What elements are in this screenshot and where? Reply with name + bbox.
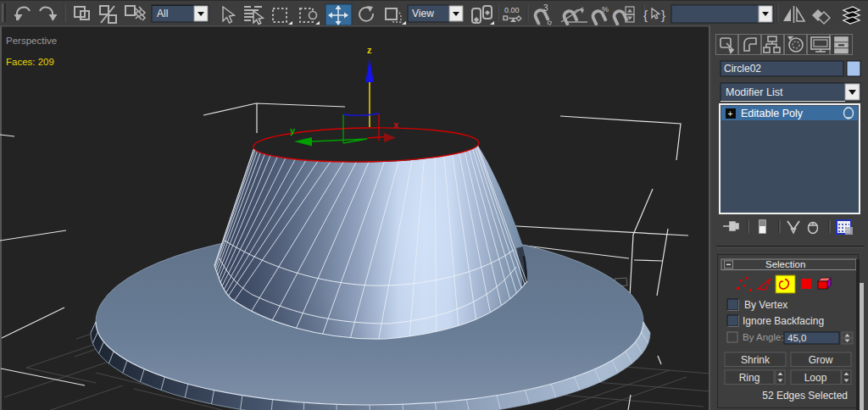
svg-text:By Angle:: By Angle: — [743, 332, 784, 342]
svg-text:Loop: Loop — [804, 372, 827, 384]
svg-text:Ring: Ring — [739, 372, 760, 384]
svg-text:+: + — [728, 109, 733, 119]
svg-text:z: z — [367, 45, 372, 55]
svg-text:Circle02: Circle02 — [724, 63, 761, 75]
svg-text:45,0: 45,0 — [787, 333, 806, 343]
svg-text:y: y — [290, 125, 296, 136]
svg-text:Faces: 209: Faces: 209 — [6, 57, 54, 67]
svg-text:Perspective: Perspective — [6, 36, 57, 46]
svg-text:Editable Poly: Editable Poly — [741, 108, 804, 119]
svg-text:%: % — [602, 5, 609, 14]
svg-text:View: View — [412, 8, 434, 19]
svg-text:52 Edges Selected: 52 Edges Selected — [762, 390, 848, 402]
svg-text:x: x — [393, 119, 399, 130]
svg-text:Shrink: Shrink — [741, 354, 771, 366]
svg-text:By Vertex: By Vertex — [744, 299, 787, 311]
svg-text:0.00: 0.00 — [504, 6, 520, 14]
svg-text:{: { — [643, 8, 648, 22]
svg-text:Grow: Grow — [809, 354, 833, 366]
svg-text:}: } — [661, 8, 665, 22]
svg-text:Selection: Selection — [765, 259, 805, 269]
svg-text:Ignore Backfacing: Ignore Backfacing — [743, 315, 824, 327]
svg-text:All: All — [157, 8, 168, 19]
svg-text:Modifier List: Modifier List — [726, 86, 783, 98]
svg-text:3: 3 — [543, 3, 548, 13]
